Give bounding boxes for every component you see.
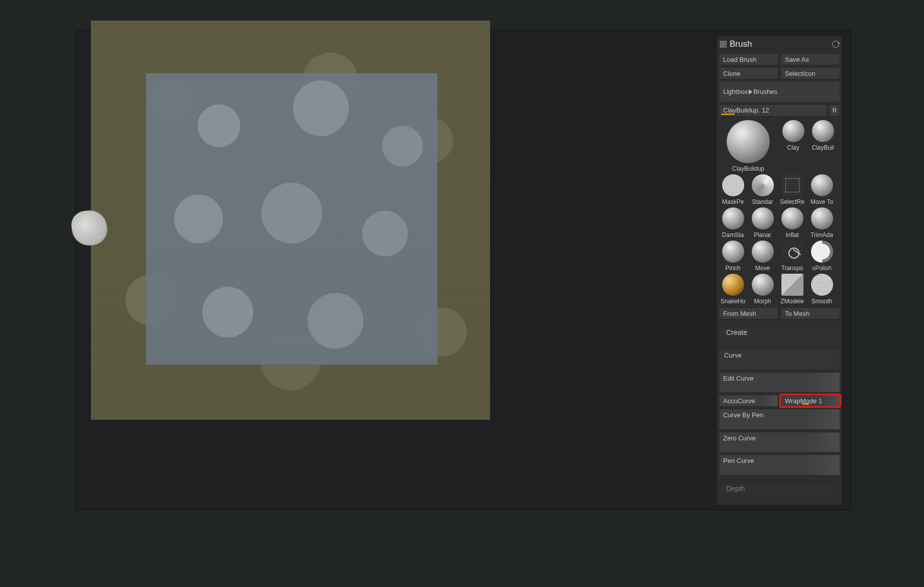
sculpt-canvas[interactable]	[91, 21, 490, 420]
clone-button[interactable]: Clone	[719, 67, 778, 79]
brush-label: DamSta	[719, 231, 747, 239]
brush-thumb-icon	[722, 273, 745, 296]
edit-curve-button[interactable]: Edit Curve	[719, 372, 840, 393]
brush-thumb-icon	[811, 273, 834, 296]
wrap-mode-label: WrapMode	[785, 397, 817, 405]
brush-label: Clay	[779, 144, 807, 152]
panel-header[interactable]: Brush	[719, 38, 840, 51]
drag-grip-icon[interactable]	[720, 41, 727, 48]
brush-thumb-icon	[812, 120, 835, 143]
panel-title: Brush	[730, 39, 752, 49]
slider-label: ClayBuildup.	[723, 106, 760, 114]
brush-thumb-icon	[811, 240, 834, 263]
brush-thumb-icon	[722, 240, 745, 263]
brush-claybuildup[interactable]: ClayBuildup	[719, 120, 778, 173]
brush-label: ZModele	[778, 298, 806, 305]
brush-label: SelectRe	[778, 198, 806, 206]
brush-thumb-icon	[811, 174, 834, 197]
brush-inflat[interactable]: Inflat	[778, 207, 806, 239]
wrap-mode-value: 1	[819, 397, 822, 405]
brush-thumb-icon	[722, 174, 745, 197]
brush-thumb-icon	[751, 207, 774, 230]
tile-active-region	[146, 73, 437, 365]
brush-label: Planar	[748, 231, 777, 239]
brush-zmodele[interactable]: ZModele	[778, 273, 806, 305]
reset-icon[interactable]	[832, 41, 839, 48]
brush-morph[interactable]: Morph	[748, 273, 777, 305]
accu-curve-button[interactable]: AccuCurve	[719, 395, 778, 407]
brush-thumb-icon	[781, 174, 804, 197]
brush-trimada[interactable]: TrimAda	[807, 207, 836, 239]
brush-damsta[interactable]: DamSta	[719, 207, 747, 239]
brush-label: Morph	[748, 298, 777, 305]
brush-move[interactable]: Move	[748, 240, 777, 272]
slider-fill	[721, 113, 734, 115]
brush-label: sPolish	[807, 265, 836, 272]
brush-grid: ClayBuildupClayClayBuilMaskPeStandarSele…	[719, 119, 840, 305]
brush-label: Inflat	[778, 231, 806, 239]
load-brush-button[interactable]: Load Brush	[719, 53, 778, 65]
subsection-curve[interactable]: Curve	[719, 349, 840, 370]
from-mesh-button[interactable]: From Mesh	[719, 307, 778, 319]
brush-thumb-icon	[751, 174, 774, 197]
brush-label: SnakeHo	[719, 298, 747, 305]
section-depth[interactable]: Depth	[719, 483, 840, 504]
play-arrow-icon	[749, 89, 752, 94]
slider-value: 12	[762, 106, 769, 114]
brush-label: Standar	[748, 198, 777, 206]
brush-thumb-icon	[811, 207, 834, 230]
r-toggle-button[interactable]: R	[829, 104, 840, 116]
brush-label: Pinch	[719, 265, 747, 272]
brush-label: Smooth	[807, 298, 836, 305]
wrap-mode-fill	[802, 403, 809, 405]
lightbox-label-suffix: Brushes	[753, 88, 777, 95]
brush-panel: Brush Load Brush Save As Clone SelectIco…	[716, 36, 843, 506]
brush-label: Move	[748, 265, 777, 272]
brush-thumb-icon	[781, 207, 804, 230]
brush-thumb-icon	[722, 207, 745, 230]
save-as-button[interactable]: Save As	[780, 53, 840, 65]
brush-claybuil[interactable]: ClayBuil	[808, 120, 837, 173]
brush-thumb-icon	[781, 240, 804, 263]
brush-standar[interactable]: Standar	[748, 174, 777, 206]
section-create[interactable]: Create	[719, 326, 840, 347]
lightbox-label-prefix: Lightbox	[723, 88, 748, 95]
brush-label: ClayBuildup	[719, 165, 778, 173]
brush-label: Move To	[807, 198, 836, 206]
brush-clay[interactable]: Clay	[779, 120, 807, 173]
zero-curve-button[interactable]: Zero Curve	[719, 432, 840, 453]
edge-rock	[69, 208, 109, 248]
brush-label: MaskPe	[719, 198, 747, 206]
brush-thumb-icon	[726, 120, 770, 164]
pen-curve-button[interactable]: Pen Curve	[719, 454, 840, 476]
brush-move to[interactable]: Move To	[807, 174, 836, 206]
to-mesh-button[interactable]: To Mesh	[780, 307, 840, 319]
brush-planar[interactable]: Planar	[748, 207, 777, 239]
brush-thumb-icon	[751, 240, 774, 263]
brush-snakeho[interactable]: SnakeHo	[719, 273, 747, 305]
brush-label: TrimAda	[807, 231, 836, 239]
curve-by-pen-button[interactable]: Curve By Pen	[719, 409, 840, 430]
brush-selectre[interactable]: SelectRe	[778, 174, 806, 206]
brush-label: ClayBuil	[808, 144, 837, 152]
brush-thumb-icon	[781, 273, 804, 296]
brush-spolish[interactable]: sPolish	[807, 240, 836, 272]
brush-pinch[interactable]: Pinch	[719, 240, 747, 272]
brush-label: Transpo	[778, 265, 806, 272]
brush-main-slider[interactable]: ClayBuildup. 12	[719, 104, 827, 116]
brush-thumb-icon	[782, 120, 805, 143]
brush-smooth[interactable]: Smooth	[807, 273, 836, 305]
wrap-mode-slider[interactable]: WrapMode 1	[780, 395, 840, 407]
app-frame: Brush Load Brush Save As Clone SelectIco…	[75, 30, 851, 510]
brush-maskpe[interactable]: MaskPe	[719, 174, 747, 206]
brush-thumb-icon	[751, 273, 774, 296]
brush-transpo[interactable]: Transpo	[778, 240, 806, 272]
lightbox-brushes-button[interactable]: LightboxBrushes	[719, 81, 840, 102]
select-icon-button[interactable]: SelectIcon	[780, 67, 840, 79]
